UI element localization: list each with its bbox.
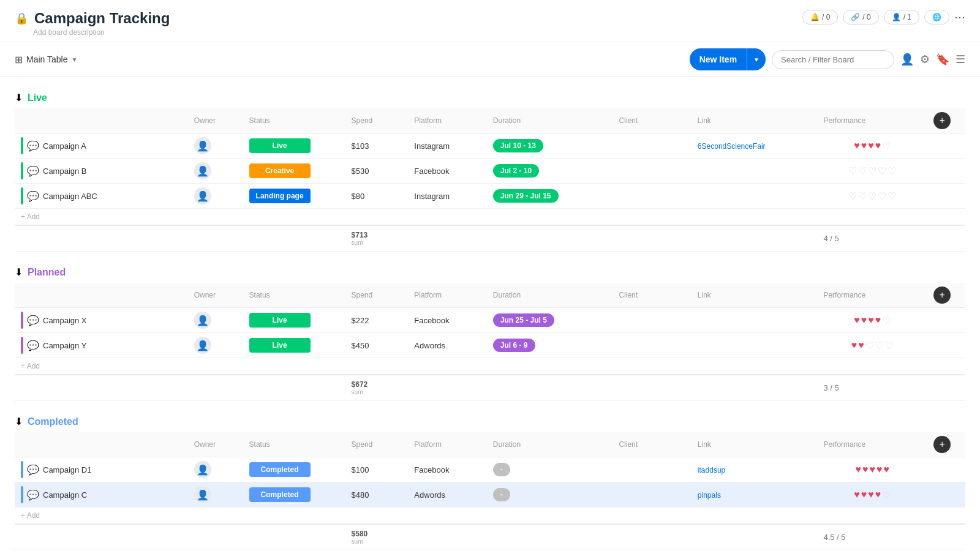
table-row[interactable]: 💬 Campaign B 👤 Creative $530 Facebook Ju…	[15, 159, 965, 184]
avatar: 👤	[194, 187, 211, 204]
hearts-container: ♥♥♥♥♡	[823, 140, 921, 152]
status-badge[interactable]: Live	[249, 338, 311, 353]
heart-icon: ♡	[888, 165, 896, 177]
row-status-cell[interactable]: Completed	[243, 457, 345, 482]
table-row[interactable]: 💬 Campaign C 👤 Completed $480 Adwords - …	[15, 482, 965, 508]
board-description[interactable]: Add board description	[33, 28, 170, 37]
add-column-btn[interactable]: +	[933, 287, 951, 304]
row-status-cell[interactable]: Landing page	[243, 184, 345, 209]
sum-row: $672 sum 3 / 5	[15, 375, 965, 401]
add-item-label[interactable]: + Add	[15, 209, 965, 226]
add-row[interactable]: + Add	[15, 358, 965, 375]
row-link-cell	[692, 184, 818, 209]
add-row[interactable]: + Add	[15, 209, 965, 226]
link-anchor[interactable]: pinpals	[698, 491, 721, 500]
group-toggle-live[interactable]: ⬇	[15, 92, 23, 103]
sum-spend-value: $672 sum	[345, 375, 409, 401]
comment-icon[interactable]: 💬	[27, 190, 39, 202]
col-header-spend: Spend	[345, 432, 409, 457]
row-status-cell[interactable]: Creative	[243, 159, 345, 184]
group-title-completed[interactable]: Completed	[28, 416, 78, 427]
row-add-col-cell	[927, 133, 965, 159]
row-add-col-cell	[927, 333, 965, 358]
row-status-cell[interactable]: Completed	[243, 482, 345, 508]
settings-icon-btn[interactable]: ⚙	[920, 53, 930, 66]
col-header-duration: Duration	[487, 108, 613, 133]
col-header-spend: Spend	[345, 108, 409, 133]
sum-empty-platform	[408, 524, 486, 550]
heart-icon: ♥	[851, 340, 858, 351]
comment-icon[interactable]: 💬	[27, 489, 39, 501]
group-toggle-completed[interactable]: ⬇	[15, 416, 23, 427]
group-table-live: Owner Status Spend Platform Duration Cli…	[15, 108, 965, 252]
heart-icon: ♥	[861, 315, 867, 326]
col-header-add: +	[927, 283, 965, 308]
comment-icon[interactable]: 💬	[27, 165, 39, 177]
link-anchor[interactable]: 6SecondScienceFair	[698, 142, 766, 151]
row-status-cell[interactable]: Live	[243, 308, 345, 333]
add-column-btn[interactable]: +	[933, 112, 951, 129]
invite-btn[interactable]: 👤 / 1	[884, 10, 919, 24]
group-toggle-planned[interactable]: ⬇	[15, 266, 23, 278]
row-spend-cell: $450	[345, 333, 409, 358]
status-badge[interactable]: Landing page	[249, 189, 311, 203]
group-table-planned: Owner Status Spend Platform Duration Cli…	[15, 283, 965, 401]
group-title-planned[interactable]: Planned	[28, 267, 66, 278]
bookmark-icon-btn[interactable]: 🔖	[936, 53, 949, 66]
table-row[interactable]: 💬 Campaign A 👤 Live $103 Instagram Jul 1…	[15, 133, 965, 159]
add-item-label[interactable]: + Add	[15, 508, 965, 525]
main-table-button[interactable]: ⊞ Main Table ▼	[15, 54, 77, 66]
comment-icon[interactable]: 💬	[27, 340, 39, 351]
sum-spend-value: $580 sum	[345, 524, 409, 550]
duration-badge: Jul 6 - 9	[493, 339, 535, 352]
table-row[interactable]: 💬 Campaign ABC 👤 Landing page $80 Instag…	[15, 184, 965, 209]
sum-spend-amount: $713	[352, 231, 368, 239]
col-header-owner: Owner	[188, 432, 243, 457]
status-badge[interactable]: Live	[249, 313, 311, 328]
add-item-label[interactable]: + Add	[15, 358, 965, 375]
row-duration-cell: Jul 2 - 10	[487, 159, 613, 184]
main-table-label: Main Table	[26, 54, 67, 64]
col-header-status: Status	[243, 432, 345, 457]
new-item-button[interactable]: New Item ▼	[690, 48, 766, 70]
comment-icon[interactable]: 💬	[27, 140, 39, 152]
row-status-cell[interactable]: Live	[243, 333, 345, 358]
more-options-btn[interactable]: ⋯	[954, 10, 965, 24]
color-bar	[21, 137, 23, 154]
search-input[interactable]	[772, 50, 894, 69]
add-row[interactable]: + Add	[15, 508, 965, 525]
row-name-cell: 💬 Campaign X	[15, 308, 188, 333]
hearts-container: ♥♥♥♥♥	[823, 464, 921, 475]
activity-btn[interactable]: 🔔 / 0	[802, 10, 838, 24]
group-title-live[interactable]: Live	[28, 92, 47, 103]
status-badge[interactable]: Live	[249, 138, 311, 153]
integration-icon: 🔗	[851, 13, 860, 21]
row-status-cell[interactable]: Live	[243, 133, 345, 159]
comment-icon[interactable]: 💬	[27, 315, 39, 326]
status-badge[interactable]: Completed	[249, 487, 311, 502]
avatar: 👤	[194, 486, 211, 503]
add-column-btn[interactable]: +	[933, 436, 951, 453]
table-row[interactable]: 💬 Campaign Y 👤 Live $450 Adwords Jul 6 -…	[15, 333, 965, 358]
integration-btn[interactable]: 🔗 / 0	[843, 10, 878, 24]
heart-icon: ♥	[870, 464, 876, 475]
new-item-dropdown-arrow[interactable]: ▼	[747, 51, 766, 68]
performance-summary: 4.5 / 5	[823, 533, 845, 542]
share-icon: 🌐	[932, 13, 941, 21]
comment-icon[interactable]: 💬	[27, 464, 39, 476]
heart-icon: ♥	[875, 140, 881, 152]
col-header-name	[15, 283, 188, 308]
table-row[interactable]: 💬 Campaign D1 👤 Completed $100 Facebook …	[15, 457, 965, 482]
color-bar	[21, 162, 23, 179]
person-icon-btn[interactable]: 👤	[900, 53, 914, 66]
row-spend-cell: $480	[345, 482, 409, 508]
link-anchor[interactable]: itaddsup	[698, 466, 725, 474]
status-badge[interactable]: Creative	[249, 163, 311, 178]
heart-icon: ♥	[868, 140, 874, 152]
filter-icon-btn[interactable]: ☰	[956, 53, 965, 66]
share-btn[interactable]: 🌐	[924, 10, 949, 24]
row-spend-cell: $222	[345, 308, 409, 333]
board-title-row: 🔒 Campaign Tracking	[15, 10, 170, 27]
table-row[interactable]: 💬 Campaign X 👤 Live $222 Facebook Jun 25…	[15, 308, 965, 333]
status-badge[interactable]: Completed	[249, 462, 311, 477]
